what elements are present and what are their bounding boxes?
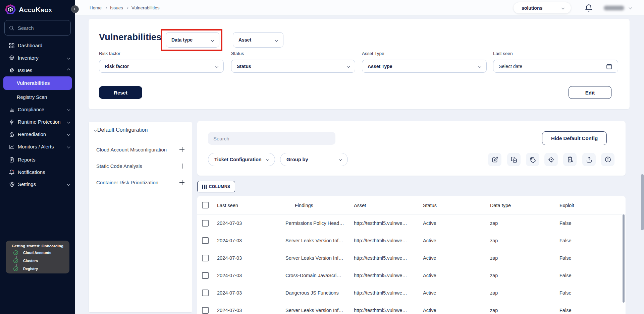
create-ticket-icon[interactable]: [563, 153, 577, 166]
sidebar-item-vulnerabilities[interactable]: Vulnerabilities: [3, 76, 72, 90]
sidebar-item-compliance[interactable]: Compliance: [0, 103, 75, 116]
sidebar-item-issues[interactable]: Issues: [0, 64, 75, 76]
edit-button[interactable]: Edit: [569, 86, 611, 99]
table-search-input[interactable]: [213, 136, 324, 141]
sidebar-item-inventory[interactable]: Inventory: [0, 52, 75, 64]
table-search[interactable]: [208, 132, 335, 145]
cell-findings: Server Leaks Version Inf…: [285, 249, 343, 267]
table-row[interactable]: 2024-07-03 Server Leaks Version Inf… htt…: [197, 249, 626, 267]
row-checkbox[interactable]: [202, 290, 209, 296]
data-type-dropdown[interactable]: Data type: [166, 32, 219, 48]
group-by-dropdown[interactable]: Group by: [280, 153, 348, 166]
sidebar-item-label: Runtime Protection: [18, 119, 67, 125]
calendar-icon[interactable]: [606, 63, 612, 70]
onboarding-step-label: Clusters: [23, 259, 38, 263]
row-checkbox[interactable]: [202, 307, 209, 314]
cell-last-seen: 2024-07-03: [217, 267, 242, 284]
asset-type-select[interactable]: Asset Type: [362, 60, 487, 73]
gear-icon: [9, 181, 15, 187]
sidebar-collapse-button[interactable]: [71, 5, 79, 13]
table-row[interactable]: 2024-07-03 Dangerous JS Functions http:/…: [197, 284, 626, 302]
table-header-row: Last seen Findings Asset Status Data typ…: [197, 196, 626, 214]
sidebar-item-remediation[interactable]: Remediation: [0, 128, 75, 140]
table-row[interactable]: 2024-07-03 Server Leaks Version Inf… htt…: [197, 302, 626, 314]
check-circle-icon: [13, 266, 18, 271]
table-row[interactable]: 2024-07-03 Permissions Policy Head… http…: [197, 214, 626, 232]
info-icon[interactable]: [601, 153, 614, 166]
page: AccuKnox Dashboard Inventory Issues: [0, 0, 644, 314]
chevron-down-icon: [561, 6, 565, 10]
user-menu-chevron-icon[interactable]: [629, 6, 632, 9]
column-header-findings[interactable]: Findings: [295, 196, 313, 214]
sidebar-item-dashboard[interactable]: Dashboard: [0, 39, 75, 52]
cell-exploit: False: [559, 214, 571, 232]
cell-last-seen: 2024-07-03: [217, 249, 242, 267]
plus-icon[interactable]: [179, 180, 184, 185]
chevron-left-icon: [74, 8, 76, 10]
config-item-container-risk-prioritization[interactable]: Container Risk Prioritization: [89, 176, 192, 189]
table-scrollbar[interactable]: [623, 214, 625, 303]
table-row[interactable]: 2024-07-03 Server Leaks Version Inf… htt…: [197, 232, 626, 249]
row-checkbox[interactable]: [202, 255, 209, 261]
column-header-data-type[interactable]: Data type: [490, 196, 511, 214]
sidebar-item-registry-scan[interactable]: Registry Scan: [0, 91, 75, 103]
select-all-checkbox[interactable]: [202, 202, 209, 208]
plus-icon[interactable]: [179, 147, 184, 152]
sidebar-item-settings[interactable]: Settings: [0, 178, 75, 190]
risk-factor-select[interactable]: Risk factor: [99, 60, 224, 73]
duplicate-icon[interactable]: [507, 153, 521, 166]
status-label: Status: [231, 51, 244, 56]
default-configuration-header[interactable]: Default Configuration: [89, 122, 192, 138]
row-checkbox[interactable]: [202, 272, 209, 279]
toolbar-panel: Hide Default Config Ticket Configuration…: [197, 121, 626, 176]
cell-last-seen: 2024-07-03: [217, 284, 242, 302]
status-select[interactable]: Status: [231, 60, 355, 73]
chevron-down-icon: [215, 65, 219, 68]
default-configuration-title: Default Configuration: [97, 127, 148, 133]
table-row[interactable]: 2024-07-03 Cross-Domain JavaScri… http:/…: [197, 267, 626, 284]
column-header-asset[interactable]: Asset: [354, 196, 366, 214]
cell-data-type: zap: [490, 302, 498, 314]
edit-icon[interactable]: [488, 153, 501, 166]
column-header-exploit[interactable]: Exploit: [559, 196, 574, 214]
row-checkbox[interactable]: [202, 220, 209, 227]
columns-button[interactable]: COLUMNS: [197, 181, 235, 192]
chevron-right-icon: [105, 7, 107, 9]
tenant-selector[interactable]: solutions: [514, 2, 571, 13]
plus-icon[interactable]: [179, 164, 184, 169]
config-item-cloud-account-misconfiguration[interactable]: Cloud Account Misconfiguration: [89, 143, 192, 156]
config-item-static-code-analysis[interactable]: Static Code Analysis: [89, 159, 192, 173]
sidebar-item-monitors-alerts[interactable]: Monitors / Alerts: [0, 140, 75, 153]
row-checkbox[interactable]: [202, 237, 209, 244]
onboarding-step-cloud-accounts[interactable]: Cloud Accounts: [13, 250, 51, 255]
column-header-last-seen[interactable]: Last seen: [217, 196, 238, 214]
tag-icon[interactable]: [526, 153, 539, 166]
page-scrollbar[interactable]: [641, 174, 644, 230]
cell-findings: Cross-Domain JavaScri…: [285, 267, 341, 284]
reset-button[interactable]: Reset: [99, 86, 142, 99]
last-seen-date-input[interactable]: [499, 64, 593, 69]
page-title: Vulnerabilities: [99, 32, 162, 43]
ticket-configuration-dropdown[interactable]: Ticket Configuration: [208, 153, 275, 166]
asset-dropdown[interactable]: Asset: [233, 32, 283, 48]
notifications-bell-icon[interactable]: [584, 4, 593, 12]
chevron-down-icon: [339, 158, 342, 161]
columns-icon: [202, 185, 207, 189]
last-seen-date-picker[interactable]: [493, 60, 618, 73]
sidebar-item-notifications[interactable]: Notifications: [0, 166, 75, 178]
breadcrumb-home[interactable]: Home: [90, 5, 102, 10]
sidebar-item-runtime-protection[interactable]: Runtime Protection: [0, 116, 75, 128]
onboarding-step-clusters[interactable]: Clusters: [13, 258, 38, 263]
user-name-redacted[interactable]: [604, 6, 624, 10]
hide-default-config-button[interactable]: Hide Default Config: [542, 131, 607, 145]
scope-target-icon[interactable]: [544, 153, 558, 166]
onboarding-step-registry[interactable]: Registry: [13, 266, 38, 271]
export-icon[interactable]: [582, 153, 596, 166]
column-header-status[interactable]: Status: [423, 196, 437, 214]
dashboard-icon: [9, 43, 15, 49]
breadcrumb-issues[interactable]: Issues: [110, 5, 123, 10]
last-seen-label: Last seen: [493, 51, 513, 56]
sidebar-item-reports[interactable]: Reports: [0, 153, 75, 166]
config-item-label: Container Risk Prioritization: [96, 180, 158, 185]
cell-status: Active: [423, 284, 436, 302]
